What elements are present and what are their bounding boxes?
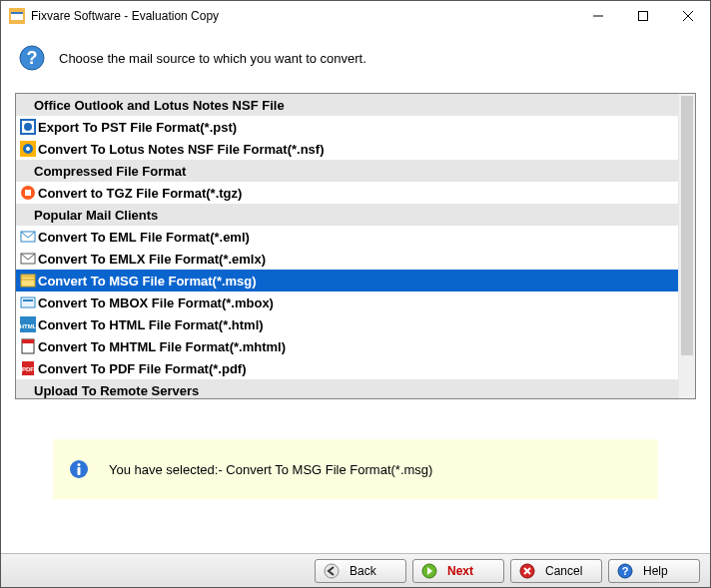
minimize-button[interactable]	[575, 1, 620, 31]
info-text: You have selected:- Convert To MSG File …	[109, 462, 432, 477]
list-header: Office Outlook and Lotus Notes NSF File	[16, 94, 678, 116]
list-item[interactable]: Convert To MHTML File Format(*.mhtml)	[16, 335, 678, 357]
list-item[interactable]: Convert To MSG File Format(*.msg)	[16, 270, 678, 292]
question-icon: ?	[19, 45, 45, 71]
emlx-icon	[20, 251, 36, 267]
nsf-icon	[20, 141, 36, 157]
html-icon: HTML	[20, 316, 36, 332]
svg-rect-28	[78, 467, 81, 475]
next-icon	[421, 563, 437, 579]
msg-icon	[20, 273, 36, 289]
list-item[interactable]: Convert To EMLX File Format(*.emlx)	[16, 248, 678, 270]
svg-text:HTML: HTML	[20, 323, 36, 329]
item-label: Convert To PDF File Format(*.pdf)	[38, 361, 246, 376]
item-label: Convert To MHTML File Format(*.mhtml)	[38, 339, 286, 354]
list-item[interactable]: HTMLConvert To HTML File Format(*.html)	[16, 313, 678, 335]
svg-point-29	[325, 564, 339, 578]
item-label: Export To PST File Format(*.pst)	[38, 120, 237, 135]
next-label: Next	[447, 564, 473, 578]
header-label: Office Outlook and Lotus Notes NSF File	[34, 98, 285, 113]
svg-text:PDF: PDF	[22, 366, 34, 372]
footer-bar: Back Next Cancel ? Help	[1, 553, 710, 587]
window-title: Fixvare Software - Evaluation Copy	[31, 9, 575, 23]
header-label: Upload To Remote Servers	[34, 383, 199, 398]
item-label: Convert To EMLX File Format(*.emlx)	[38, 252, 266, 267]
svg-rect-19	[23, 299, 33, 301]
svg-point-12	[26, 147, 30, 151]
back-icon	[324, 563, 340, 579]
list-item[interactable]: Convert to TGZ File Format(*.tgz)	[16, 182, 678, 204]
svg-rect-18	[21, 297, 35, 307]
close-button[interactable]	[665, 1, 710, 31]
list-item[interactable]: Convert To MBOX File Format(*.mbox)	[16, 292, 678, 313]
list-item[interactable]: Convert To EML File Format(*.eml)	[16, 226, 678, 248]
back-button[interactable]: Back	[315, 559, 406, 583]
scrollbar[interactable]	[678, 94, 695, 398]
svg-line-4	[683, 11, 693, 21]
list-header: Popular Mail Clients	[16, 204, 678, 226]
svg-text:?: ?	[622, 565, 629, 577]
next-button[interactable]: Next	[412, 559, 504, 583]
list-header: Compressed File Format	[16, 160, 678, 182]
svg-point-9	[24, 123, 32, 131]
svg-rect-14	[25, 190, 31, 196]
svg-point-27	[78, 463, 81, 466]
titlebar: Fixvare Software - Evaluation Copy	[1, 1, 710, 31]
item-label: Convert to TGZ File Format(*.tgz)	[38, 186, 242, 201]
maximize-button[interactable]	[620, 1, 665, 31]
list-header: Upload To Remote Servers	[16, 379, 678, 398]
svg-line-3	[683, 11, 693, 21]
eml-icon	[20, 229, 36, 245]
pdf-icon: PDF	[20, 360, 36, 376]
info-box: You have selected:- Convert To MSG File …	[53, 439, 658, 499]
item-label: Convert To MBOX File Format(*.mbox)	[38, 295, 274, 310]
list-item[interactable]: PDFConvert To PDF File Format(*.pdf)	[16, 357, 678, 379]
mbox-icon	[20, 294, 36, 310]
format-list: Office Outlook and Lotus Notes NSF FileE…	[15, 93, 696, 399]
help-label: Help	[643, 564, 668, 578]
scroll-thumb[interactable]	[681, 96, 693, 355]
cancel-label: Cancel	[545, 564, 582, 578]
window-controls	[575, 1, 710, 31]
svg-text:?: ?	[27, 48, 38, 68]
item-label: Convert To EML File Format(*.eml)	[38, 230, 250, 245]
tgz-icon	[20, 185, 36, 201]
pst-icon	[20, 119, 36, 135]
svg-rect-23	[22, 339, 34, 343]
svg-rect-2	[638, 12, 647, 21]
help-button[interactable]: ? Help	[608, 559, 700, 583]
cancel-button[interactable]: Cancel	[510, 559, 602, 583]
back-label: Back	[350, 564, 376, 578]
instruction-bar: ? Choose the mail source to which you wa…	[1, 31, 710, 93]
mhtml-icon	[20, 338, 36, 354]
list-item[interactable]: Convert To Lotus Notes NSF File Format(*…	[16, 138, 678, 160]
item-label: Convert To HTML File Format(*.html)	[38, 317, 264, 332]
header-label: Compressed File Format	[34, 164, 186, 179]
app-window: Fixvare Software - Evaluation Copy ? Cho…	[0, 0, 711, 588]
info-icon	[69, 459, 89, 479]
instruction-text: Choose the mail source to which you want…	[59, 51, 366, 66]
cancel-icon	[519, 563, 535, 579]
item-label: Convert To Lotus Notes NSF File Format(*…	[38, 142, 325, 157]
app-icon	[9, 8, 25, 24]
header-label: Popular Mail Clients	[34, 208, 158, 223]
list-item[interactable]: Export To PST File Format(*.pst)	[16, 116, 678, 138]
item-label: Convert To MSG File Format(*.msg)	[38, 274, 257, 289]
help-icon: ?	[617, 563, 633, 579]
